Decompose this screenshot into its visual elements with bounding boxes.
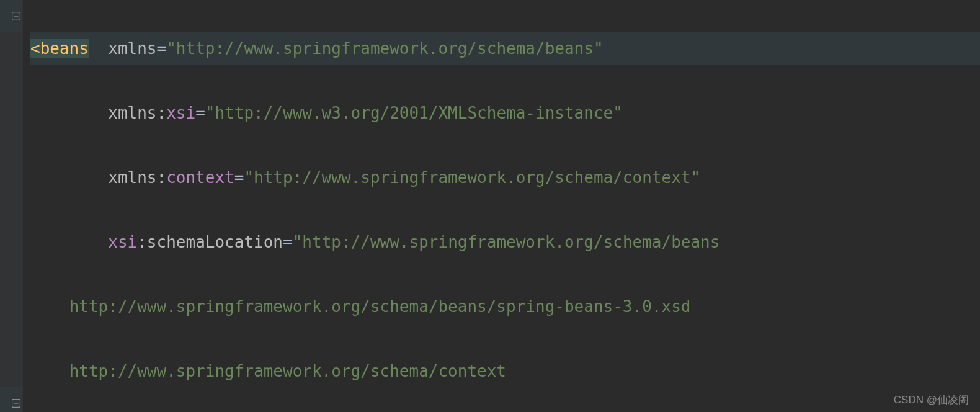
attr-value: "http://www.springframework.org/schema/c… bbox=[244, 168, 700, 187]
code-line[interactable]: http://www.springframework.org/schema/be… bbox=[30, 290, 980, 323]
code-area[interactable]: <beans xmlns="http://www.springframework… bbox=[23, 0, 980, 412]
ns-prefix: xsi bbox=[108, 233, 137, 251]
attr-value: http://www.springframework.org/schema/be… bbox=[69, 297, 691, 316]
code-editor[interactable]: <beans xmlns="http://www.springframework… bbox=[0, 0, 980, 412]
attr-value: http://www.springframework.org/schema/co… bbox=[69, 362, 506, 380]
attr-value: "http://www.springframework.org/schema/b… bbox=[166, 39, 603, 58]
code-line[interactable]: http://www.springframework.org/schema/co… bbox=[30, 355, 980, 387]
watermark-text: CSDN @仙凌阁 bbox=[894, 393, 969, 407]
fold-collapse-icon[interactable] bbox=[11, 398, 21, 408]
code-line[interactable]: <beans xmlns="http://www.springframework… bbox=[30, 32, 980, 65]
code-line[interactable]: xsi:schemaLocation="http://www.springfra… bbox=[30, 226, 980, 258]
code-line[interactable]: xmlns:context="http://www.springframewor… bbox=[30, 161, 980, 194]
ns-prefix: xsi bbox=[166, 104, 195, 122]
attr-name: schemaLocation bbox=[147, 233, 283, 251]
attr-value: "http://www.springframework.org/schema/b… bbox=[293, 233, 720, 251]
attr-name: xmlns bbox=[108, 39, 156, 58]
fold-collapse-icon[interactable] bbox=[11, 11, 21, 21]
gutter bbox=[0, 0, 23, 412]
code-line[interactable]: xmlns:xsi="http://www.w3.org/2001/XMLSch… bbox=[30, 97, 980, 129]
tag-open-highlight: <beans bbox=[30, 39, 89, 58]
ns-prefix: context bbox=[166, 168, 234, 187]
attr-value: "http://www.w3.org/2001/XMLSchema-instan… bbox=[205, 104, 623, 122]
